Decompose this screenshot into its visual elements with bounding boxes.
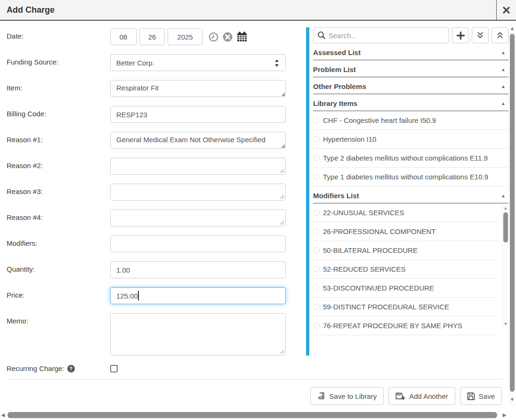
section-label: Library Items (313, 99, 357, 107)
clear-date-icon[interactable] (222, 32, 233, 42)
list-item[interactable]: Hypertension I10 (313, 130, 508, 149)
funding-source-select[interactable]: Better Corp. (110, 54, 286, 71)
section-other-problems[interactable]: Other Problems ▲ (313, 79, 508, 94)
scroll-up-icon[interactable]: ▲ (508, 25, 516, 31)
section-modifiers-list[interactable]: Modifiers List ▲ (313, 188, 508, 203)
section-label: Modifiers List (313, 192, 359, 200)
calendar-icon[interactable] (236, 31, 248, 42)
vertical-scrollbar[interactable]: ▲ ▼ (508, 22, 516, 407)
modifiers-input[interactable] (110, 235, 286, 252)
save-button[interactable]: Save (460, 387, 502, 405)
save-to-library-label: Save to Library (329, 392, 377, 400)
search-icon (317, 31, 326, 40)
resize-grip-icon[interactable] (280, 169, 284, 173)
list-item[interactable]: 76-REPEAT PROCEDURE BY SAME PHYS (313, 316, 498, 335)
reason2-label: Reason #2: (7, 158, 110, 170)
modal-header: Add Charge (0, 0, 516, 21)
item-row: Item: Respirator Fit (7, 80, 306, 97)
modifiers-scrollbar[interactable]: ▲ ▼ (502, 205, 508, 327)
add-another-button[interactable]: Add Another (388, 387, 455, 405)
section-library-items[interactable]: Library Items ▲ (313, 96, 508, 111)
add-charge-modal: Add Charge Date: (0, 0, 516, 420)
list-item[interactable]: 52-REDUCED SERVICES (313, 260, 498, 279)
autocomplete-corner-icon (281, 92, 285, 96)
radio-circle-icon (314, 323, 320, 329)
collapse-all-button[interactable] (492, 27, 508, 43)
expand-all-button[interactable] (472, 27, 489, 43)
list-item[interactable]: CHF - Congestive heart failure I50.9 (313, 111, 508, 130)
reason3-input[interactable] (110, 184, 286, 201)
list-item[interactable]: 26-PROFESSIONAL COMPONENT (313, 222, 498, 241)
item-input[interactable]: Respirator Fit (110, 80, 286, 97)
search-input[interactable] (313, 27, 449, 43)
save-icon (467, 392, 475, 400)
list-item[interactable]: Type 2 diabetes mellitus without complic… (313, 149, 508, 168)
date-year-input[interactable] (168, 28, 202, 45)
resize-grip-icon[interactable] (280, 349, 284, 354)
scrollbar-thumb[interactable] (8, 412, 497, 418)
collapse-triangle-icon: ▲ (501, 193, 506, 198)
recurring-charge-checkbox[interactable] (110, 365, 118, 372)
modifiers-list: 22-UNUSUAL SERVICES 26-PROFESSIONAL COMP… (313, 203, 508, 335)
add-item-button[interactable] (452, 27, 469, 43)
reason2-input[interactable] (110, 158, 286, 175)
memo-label: Memo: (7, 313, 110, 325)
scroll-down-icon[interactable]: ▼ (503, 322, 508, 326)
section-problem-list[interactable]: Problem List ▲ (313, 62, 508, 77)
billing-code-input[interactable] (110, 106, 286, 123)
scroll-right-icon[interactable]: ▶ (503, 412, 507, 418)
save-label: Save (479, 392, 495, 400)
memo-row: Memo: (7, 313, 306, 355)
collapse-triangle-icon: ▲ (501, 50, 506, 55)
reason4-input[interactable] (110, 210, 286, 226)
reason4-label: Reason #4: (7, 210, 110, 221)
radio-circle-icon (314, 266, 320, 272)
date-day-input[interactable] (139, 28, 165, 45)
panel-accent-bar (306, 27, 309, 355)
list-item[interactable]: 53-DISCONTINUED PROCEDURE (313, 279, 498, 298)
item-label: Item: (7, 80, 110, 92)
list-item[interactable]: 22-UNUSUAL SERVICES (313, 203, 498, 222)
price-label: Price: (7, 287, 110, 299)
help-icon[interactable]: ? (67, 365, 75, 372)
close-icon (502, 6, 510, 14)
clock-icon[interactable] (208, 32, 219, 42)
resize-grip-icon[interactable] (280, 220, 284, 225)
item-value: Respirator Fit (116, 84, 159, 92)
list-item[interactable]: Type 1 diabetes mellitus without complic… (313, 168, 508, 186)
price-input[interactable] (110, 287, 286, 304)
reason1-input[interactable]: General Medical Exam Not Otherwise Speci… (110, 132, 286, 149)
scrollbar-thumb[interactable] (510, 34, 515, 392)
date-row: Date: (7, 28, 306, 45)
scroll-down-icon[interactable]: ▼ (508, 396, 516, 402)
funding-source-label: Funding Source: (7, 54, 110, 66)
quantity-input[interactable] (110, 261, 286, 278)
memo-input[interactable] (110, 313, 286, 355)
radio-circle-icon (314, 285, 320, 291)
date-month-input[interactable] (110, 28, 137, 45)
list-item-label: Hypertension I10 (323, 133, 376, 145)
chevron-double-up-icon (496, 31, 504, 40)
diagnosis-panel: Assessed List ▲ Problem List ▲ Other Pro… (306, 21, 509, 335)
radio-circle-icon (314, 136, 320, 142)
radio-circle-icon (314, 174, 320, 180)
list-item[interactable]: 50-BILATERAL PROCEDURE (313, 241, 498, 260)
reason1-row: Reason #1: General Medical Exam Not Othe… (7, 132, 306, 149)
resize-grip-icon[interactable] (280, 194, 284, 199)
close-button[interactable] (496, 0, 516, 20)
list-item[interactable]: 59-DISTINCT PROCEDURAL SERVICE (313, 298, 498, 316)
list-item-label: 50-BILATERAL PROCEDURE (323, 244, 418, 257)
add-another-label: Add Another (409, 392, 448, 400)
book-icon (317, 392, 325, 400)
library-items-list: CHF - Congestive heart failure I50.9 Hyp… (313, 111, 508, 186)
footer-divider (7, 379, 502, 380)
scroll-left-icon[interactable]: ◀ (1, 412, 5, 418)
scrollbar-thumb[interactable] (503, 212, 508, 242)
reason3-row: Reason #3: (7, 184, 306, 201)
section-assessed-list[interactable]: Assessed List ▲ (313, 45, 508, 60)
funding-source-row: Funding Source: Better Corp. (7, 54, 306, 71)
reason2-row: Reason #2: (7, 158, 306, 175)
horizontal-scrollbar[interactable]: ◀ ▶ (0, 412, 508, 419)
scroll-up-icon[interactable]: ▲ (503, 206, 508, 210)
save-to-library-button[interactable]: Save to Library (310, 387, 384, 405)
